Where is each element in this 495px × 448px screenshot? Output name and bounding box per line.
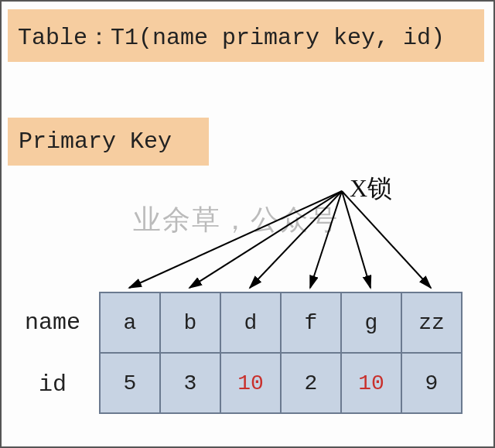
cell-id: 2	[281, 353, 341, 413]
table-definition-text: Table：T1(name primary key, id)	[18, 25, 445, 51]
cell-id: 10	[341, 353, 401, 413]
cell-id: 5	[100, 353, 160, 413]
x-lock-label: X锁	[350, 172, 392, 206]
watermark-text: 业余草，公众号	[133, 201, 339, 239]
table-row: 5 3 10 2 10 9	[100, 353, 462, 413]
cell-id: 3	[160, 353, 220, 413]
table-row: a b d f g zz	[100, 292, 462, 353]
svg-line-1	[189, 191, 342, 288]
cell-name: a	[100, 292, 160, 353]
cell-name: d	[220, 292, 281, 353]
cell-id: 9	[401, 353, 462, 413]
primary-key-box: Primary Key	[8, 118, 209, 166]
cell-name: b	[160, 292, 220, 353]
cell-name: g	[341, 292, 401, 353]
svg-line-2	[250, 191, 342, 288]
cell-id: 10	[220, 353, 281, 413]
row-label-id: id	[39, 371, 67, 398]
svg-line-0	[129, 191, 342, 288]
row-label-name: name	[25, 309, 80, 336]
svg-line-3	[310, 191, 342, 288]
cell-name: f	[281, 292, 341, 353]
diagram-canvas: Table：T1(name primary key, id) Primary K…	[0, 0, 495, 448]
data-table: a b d f g zz 5 3 10 2 10 9	[99, 292, 463, 414]
table-definition-box: Table：T1(name primary key, id)	[8, 9, 484, 62]
cell-name: zz	[401, 292, 462, 353]
primary-key-label: Primary Key	[19, 128, 172, 155]
